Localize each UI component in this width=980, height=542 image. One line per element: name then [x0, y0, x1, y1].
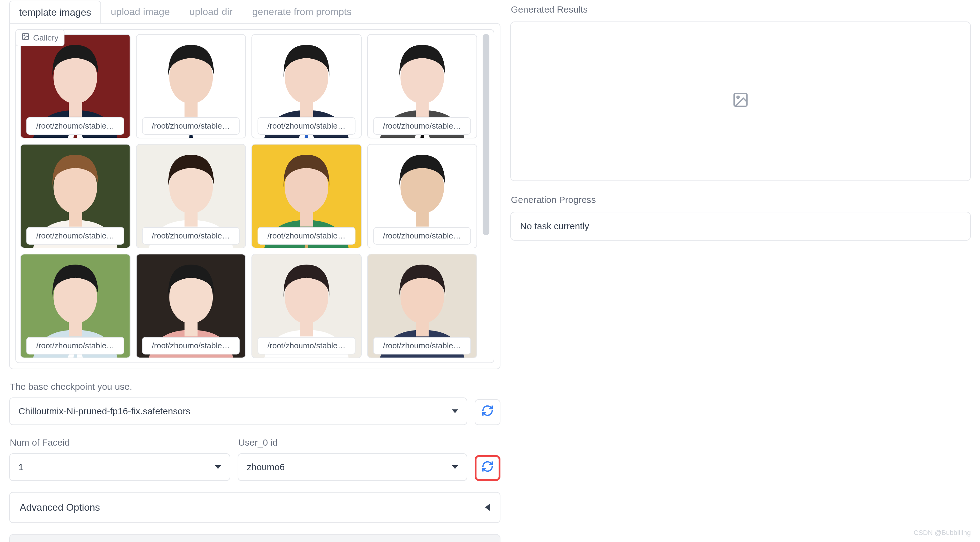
right-column: Generated Results Generation Progress No… — [500, 0, 971, 533]
user-id-select[interactable]: zhoumo6 — [238, 453, 467, 481]
left-column: template images upload image upload dir … — [9, 0, 500, 533]
gallery-thumb[interactable]: /root/zhoumo/stable… — [20, 34, 130, 138]
gallery-thumb[interactable]: /root/zhoumo/stable… — [251, 254, 362, 358]
gallery-inner: /root/zhoumo/stable… /root/zhoumo/stable… — [15, 29, 494, 363]
results-label: Generated Results — [511, 3, 971, 16]
start-generation-button[interactable]: Start Generation — [9, 534, 500, 542]
tab-upload-dir[interactable]: upload dir — [180, 0, 243, 23]
gallery-thumb[interactable]: /root/zhoumo/stable… — [20, 144, 130, 248]
checkpoint-value: Chilloutmix-Ni-pruned-fp16-fix.safetenso… — [18, 405, 190, 418]
user-id-value: zhoumo6 — [247, 461, 285, 474]
thumb-caption: /root/zhoumo/stable… — [258, 227, 356, 244]
thumb-caption: /root/zhoumo/stable… — [26, 117, 124, 134]
triangle-left-icon — [485, 504, 490, 511]
thumb-caption: /root/zhoumo/stable… — [258, 337, 356, 354]
image-icon — [21, 32, 29, 43]
checkpoint-label: The base checkpoint you use. — [10, 380, 500, 393]
refresh-icon — [481, 405, 494, 420]
gallery-thumb[interactable]: /root/zhoumo/stable… — [136, 144, 246, 248]
thumb-caption: /root/zhoumo/stable… — [26, 227, 124, 244]
tabs: template images upload image upload dir … — [9, 0, 500, 23]
thumb-caption: /root/zhoumo/stable… — [142, 337, 240, 354]
tab-template-images[interactable]: template images — [9, 1, 101, 24]
thumbnail-grid: /root/zhoumo/stable… /root/zhoumo/stable… — [20, 34, 483, 358]
app-root: template images upload image upload dir … — [0, 0, 980, 542]
refresh-user-button[interactable] — [475, 455, 500, 481]
num-faceid-select[interactable]: 1 — [9, 453, 230, 481]
progress-value: No task currently — [520, 221, 589, 231]
thumb-caption: /root/zhoumo/stable… — [142, 227, 240, 244]
chevron-down-icon — [452, 465, 458, 469]
advanced-options-accordion[interactable]: Advanced Options — [9, 492, 500, 523]
gallery-scrollbar[interactable] — [483, 34, 489, 358]
thumb-caption: /root/zhoumo/stable… — [258, 117, 356, 134]
watermark: CSDN @Bubbliiing — [914, 528, 971, 538]
thumb-caption: /root/zhoumo/stable… — [26, 337, 124, 354]
tab-generate-from-prompts[interactable]: generate from prompts — [242, 0, 361, 23]
scrollbar-thumb[interactable] — [483, 34, 489, 235]
thumb-caption: /root/zhoumo/stable… — [373, 337, 471, 354]
gallery-thumb[interactable]: /root/zhoumo/stable… — [136, 34, 246, 138]
thumb-caption: /root/zhoumo/stable… — [142, 117, 240, 134]
progress-box: No task currently — [510, 212, 971, 241]
svg-point-1 — [24, 35, 25, 36]
gallery-thumb[interactable]: /root/zhoumo/stable… — [367, 144, 477, 248]
chevron-down-icon — [452, 409, 458, 413]
gallery-thumb[interactable]: /root/zhoumo/stable… — [367, 34, 477, 138]
thumb-caption: /root/zhoumo/stable… — [373, 227, 471, 244]
chevron-down-icon — [215, 465, 221, 469]
progress-label: Generation Progress — [511, 193, 971, 206]
image-placeholder-icon — [732, 91, 749, 111]
checkpoint-select[interactable]: Chilloutmix-Ni-pruned-fp16-fix.safetenso… — [9, 397, 467, 425]
gallery-badge-label: Gallery — [33, 32, 58, 43]
tab-upload-image[interactable]: upload image — [101, 0, 180, 23]
gallery-thumb[interactable]: /root/zhoumo/stable… — [136, 254, 246, 358]
num-faceid-col: Num of Faceid 1 — [9, 425, 230, 481]
refresh-icon — [481, 460, 494, 476]
user-id-label: User_0 id — [238, 436, 500, 449]
gallery-thumb[interactable]: /root/zhoumo/stable… — [367, 254, 477, 358]
gallery-badge: Gallery — [15, 29, 64, 46]
gallery-thumb[interactable]: /root/zhoumo/stable… — [251, 34, 362, 138]
gallery-panel: Gallery /root/zhoumo/stable… — [9, 23, 500, 369]
advanced-options-label: Advanced Options — [20, 501, 100, 514]
checkpoint-row: Chilloutmix-Ni-pruned-fp16-fix.safetenso… — [9, 397, 500, 425]
faceid-user-row: Num of Faceid 1 User_0 id zhoumo6 — [9, 425, 500, 481]
user-id-row: zhoumo6 — [238, 453, 500, 481]
num-faceid-label: Num of Faceid — [10, 436, 230, 449]
num-faceid-value: 1 — [18, 461, 24, 474]
gallery-thumb[interactable]: /root/zhoumo/stable… — [251, 144, 362, 248]
thumb-caption: /root/zhoumo/stable… — [373, 117, 471, 134]
refresh-checkpoint-button[interactable] — [475, 399, 500, 425]
results-box[interactable] — [510, 21, 971, 181]
svg-point-39 — [737, 96, 739, 98]
user-id-col: User_0 id zhoumo6 — [238, 425, 500, 481]
gallery-thumb[interactable]: /root/zhoumo/stable… — [20, 254, 130, 358]
